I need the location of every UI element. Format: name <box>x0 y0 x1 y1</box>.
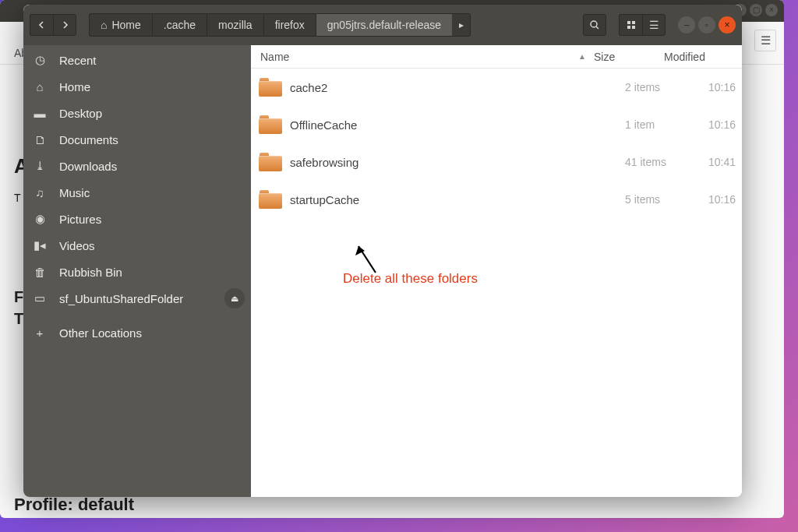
svg-line-1 <box>596 26 598 29</box>
file-modified: 10:16 <box>695 118 742 131</box>
close-icon[interactable]: × <box>765 4 778 16</box>
file-row[interactable]: OfflineCache1 item10:16 <box>251 106 742 143</box>
file-row[interactable]: cache22 items10:16 <box>251 69 742 106</box>
svg-line-6 <box>358 246 376 273</box>
path-bar: ⌂ Home .cache mozilla firefox gn05jtrs.d… <box>89 13 580 37</box>
annotation-text: Delete all these folders <box>343 271 478 287</box>
desktop-icon: ▬ <box>33 107 47 120</box>
path-seg-label: gn05jtrs.default-release <box>327 19 441 31</box>
file-size: 1 item <box>625 118 695 131</box>
path-home[interactable]: ⌂ Home <box>89 13 152 37</box>
forward-button[interactable] <box>53 14 76 36</box>
eject-icon[interactable]: ⏏ <box>224 288 245 308</box>
back-button[interactable] <box>30 14 53 36</box>
search-button[interactable] <box>583 14 606 36</box>
sort-asc-icon: ▲ <box>578 52 586 61</box>
window-max-button[interactable]: ▫ <box>698 16 715 33</box>
sidebar-item-downloads[interactable]: ⤓Downloads <box>23 153 251 179</box>
sidebar-item-desktop[interactable]: ▬Desktop <box>23 100 251 126</box>
path-home-label: Home <box>111 19 140 31</box>
sidebar-item-other-locations[interactable]: +Other Locations <box>23 319 251 346</box>
drive-icon: ▭ <box>33 291 47 305</box>
sidebar-item-rubbish-bin[interactable]: 🗑Rubbish Bin <box>23 259 251 285</box>
clock-icon: ◷ <box>33 53 47 67</box>
sidebar-item-label: Music <box>59 186 90 199</box>
sidebar-item-label: Other Locations <box>59 326 142 340</box>
music-icon: ♫ <box>33 186 47 199</box>
file-modified: 10:16 <box>695 81 742 93</box>
bg-t: T <box>14 192 21 204</box>
hamburger-icon[interactable]: ☰ <box>754 30 776 51</box>
annotation: Delete all these folders <box>352 238 383 277</box>
sidebar-item-label: Desktop <box>59 107 102 120</box>
path-overflow-icon[interactable]: ▸ <box>452 13 471 37</box>
folder-icon <box>259 78 282 97</box>
video-icon: ▮◂ <box>33 238 47 252</box>
sidebar-item-label: Rubbish Bin <box>59 266 122 279</box>
doc-icon: 🗋 <box>33 133 47 146</box>
profile-heading: Profile: default <box>14 495 134 515</box>
window-min-button[interactable]: – <box>678 16 695 33</box>
content-pane: Name▲ Size Modified cache22 items10:16Of… <box>251 45 742 497</box>
path-segment[interactable]: .cache <box>152 13 207 37</box>
path-segment[interactable]: mozilla <box>207 13 263 37</box>
file-modified: 10:16 <box>695 193 742 206</box>
window-close-button[interactable]: × <box>719 16 736 33</box>
col-name-label: Name <box>260 51 289 63</box>
sidebar-item-home[interactable]: ⌂Home <box>23 73 251 100</box>
svg-rect-5 <box>632 26 635 29</box>
file-name: OfflineCache <box>290 118 625 132</box>
folder-icon <box>259 115 282 134</box>
home-icon: ⌂ <box>101 19 107 31</box>
sidebar-item-label: Videos <box>59 239 95 252</box>
svg-point-0 <box>591 21 597 27</box>
svg-rect-3 <box>632 21 635 24</box>
sidebar-item-label: Recent <box>59 54 97 67</box>
sidebar: ◷Recent⌂Home▬Desktop🗋Documents⤓Downloads… <box>23 45 251 497</box>
file-manager-toolbar: ⌂ Home .cache mozilla firefox gn05jtrs.d… <box>23 5 742 45</box>
file-size: 5 items <box>625 193 695 206</box>
max-icon[interactable]: ▢ <box>750 4 762 16</box>
path-seg-label: firefox <box>275 19 305 31</box>
sidebar-item-recent[interactable]: ◷Recent <box>23 47 251 73</box>
folder-icon <box>259 190 282 209</box>
file-modified: 10:41 <box>695 156 742 168</box>
svg-rect-4 <box>627 26 630 29</box>
file-size: 41 items <box>625 156 695 168</box>
sidebar-item-music[interactable]: ♫Music <box>23 179 251 206</box>
col-size-label: Size <box>594 51 615 63</box>
sidebar-item-label: Downloads <box>59 160 117 173</box>
column-headers[interactable]: Name▲ Size Modified <box>251 45 742 69</box>
menu-button[interactable]: ☰ <box>642 14 666 36</box>
file-name: cache2 <box>290 81 625 94</box>
sidebar-item-label: Documents <box>59 133 118 146</box>
path-seg-label: .cache <box>164 19 196 31</box>
folder-icon <box>259 153 282 171</box>
file-name: startupCache <box>290 193 625 206</box>
path-segment[interactable]: firefox <box>263 13 316 37</box>
col-modified-label: Modified <box>664 51 705 63</box>
bg-f: F <box>14 288 23 306</box>
path-seg-label: mozilla <box>218 19 252 31</box>
file-row[interactable]: safebrowsing41 items10:41 <box>251 143 742 181</box>
home-icon: ⌂ <box>33 80 47 93</box>
sidebar-item-documents[interactable]: 🗋Documents <box>23 126 251 153</box>
sidebar-item-label: Pictures <box>59 213 101 226</box>
file-list: cache22 items10:16OfflineCache1 item10:1… <box>251 69 742 497</box>
view-mode-button[interactable] <box>619 14 642 36</box>
sidebar-item-label: Home <box>59 80 90 93</box>
sidebar-item-videos[interactable]: ▮◂Videos <box>23 232 251 259</box>
file-manager-window: ⌂ Home .cache mozilla firefox gn05jtrs.d… <box>23 5 742 497</box>
file-name: safebrowsing <box>290 156 625 169</box>
sidebar-item-pictures[interactable]: ◉Pictures <box>23 206 251 232</box>
download-icon: ⤓ <box>33 159 47 173</box>
sidebar-item-label: sf_UbuntuSharedFolder <box>59 292 183 305</box>
trash-icon: 🗑 <box>33 266 47 279</box>
file-size: 2 items <box>625 81 695 93</box>
sidebar-item-sf-ubuntusharedfolder[interactable]: ▭sf_UbuntuSharedFolder⏏ <box>23 285 251 312</box>
bg-t2: T <box>14 310 23 328</box>
camera-icon: ◉ <box>33 212 47 226</box>
svg-marker-7 <box>355 246 365 255</box>
file-row[interactable]: startupCache5 items10:16 <box>251 181 742 218</box>
path-segment-current[interactable]: gn05jtrs.default-release <box>316 13 452 37</box>
